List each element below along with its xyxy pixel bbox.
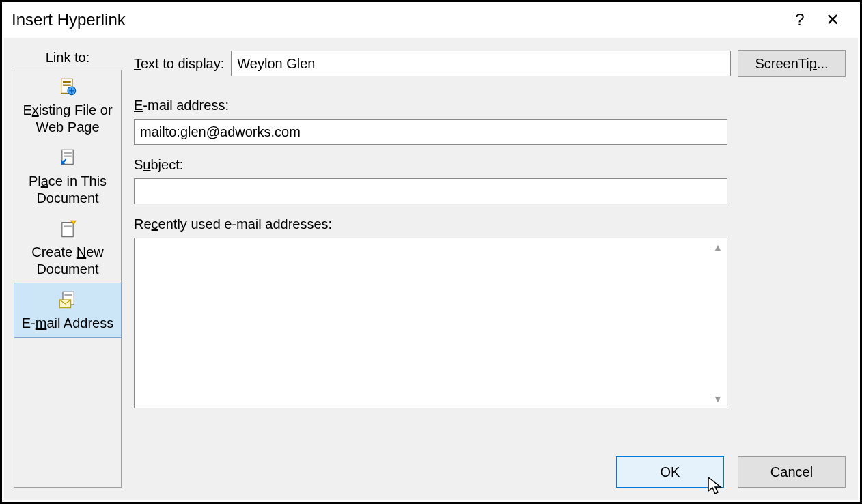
subject-label: Subject: [134, 157, 846, 173]
svg-rect-2 [63, 85, 71, 86]
create-new-doc-icon [58, 219, 77, 238]
text-to-display-label: Text to display: [134, 56, 224, 72]
place-in-doc-icon [58, 148, 77, 167]
nav-create-new-doc-label: Create New Document [17, 244, 118, 278]
form-area: Text to display: ScreenTip... E-mail add… [134, 50, 846, 488]
svg-rect-1 [63, 81, 71, 83]
nav-email-address-label: E-mail Address [17, 315, 118, 332]
svg-rect-8 [62, 223, 73, 237]
link-to-heading: Link to: [14, 50, 122, 66]
nav-existing-file-label: Existing File or Web Page [17, 102, 118, 136]
link-to-nav: Existing File or Web Page Place in This … [14, 70, 122, 488]
email-address-icon [58, 290, 77, 309]
screentip-button[interactable]: ScreenTip... [738, 50, 846, 77]
close-button[interactable]: ✕ [816, 3, 849, 36]
text-to-display-input[interactable] [231, 51, 731, 76]
recent-addresses-scrollbar[interactable]: ▲ ▼ [710, 239, 726, 407]
link-to-column: Link to: Existing File or Web Page Place… [14, 50, 122, 488]
scroll-up-icon[interactable]: ▲ [710, 239, 726, 255]
svg-rect-12 [64, 294, 72, 296]
svg-rect-6 [64, 156, 72, 157]
nav-create-new-doc[interactable]: Create New Document [14, 212, 121, 283]
cancel-button[interactable]: Cancel [738, 456, 846, 488]
nav-place-in-doc[interactable]: Place in This Document [14, 141, 121, 212]
window-title: Insert Hyperlink [12, 10, 783, 29]
recent-addresses-label: Recently used e-mail addresses: [134, 216, 846, 232]
dialog-client: Link to: Existing File or Web Page Place… [4, 38, 858, 500]
existing-file-icon [58, 77, 77, 96]
scroll-down-icon[interactable]: ▼ [710, 391, 726, 407]
nav-place-in-doc-label: Place in This Document [17, 173, 118, 207]
subject-input[interactable] [134, 178, 727, 204]
titlebar: Insert Hyperlink ? ✕ [2, 2, 860, 38]
svg-rect-9 [64, 225, 72, 227]
nav-email-address[interactable]: E-mail Address [14, 283, 122, 338]
help-button[interactable]: ? [783, 3, 816, 36]
nav-existing-file[interactable]: Existing File or Web Page [14, 70, 121, 141]
email-address-input[interactable] [134, 119, 727, 145]
email-address-label: E-mail address: [134, 98, 846, 113]
recent-addresses-list[interactable]: ▲ ▼ [134, 238, 727, 408]
svg-rect-5 [64, 152, 72, 154]
dialog-footer: OK Cancel [616, 456, 846, 488]
ok-button[interactable]: OK [616, 456, 724, 488]
